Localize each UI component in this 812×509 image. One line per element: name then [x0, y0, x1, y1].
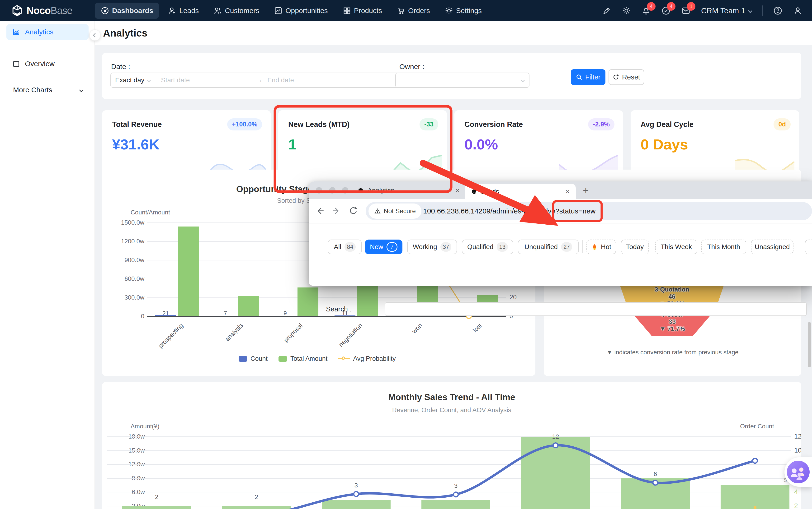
- kpi-badge: -2.9%: [588, 118, 615, 131]
- kpi-badge: 0d: [774, 118, 791, 131]
- monthly-sales-panel: Monthly Sales Trend - All Time Revenue, …: [102, 382, 801, 509]
- kpi-value: ¥31.6K: [112, 136, 160, 153]
- top-nav-right: 4 4 1 CRM Team 1: [602, 0, 803, 21]
- nav-label: Orders: [408, 7, 430, 15]
- nav-customers[interactable]: Customers: [208, 3, 265, 19]
- date-mode-value: Exact day: [115, 76, 144, 84]
- bell-badge: 4: [647, 2, 656, 11]
- top-nav: NocoBase Dashboards Leads Customers Oppo…: [0, 0, 812, 21]
- back-icon[interactable]: [315, 206, 325, 216]
- browser-toolbar: Not Secure 100.66.238.66:14209/admin/e94…: [309, 199, 812, 223]
- status-pill-new[interactable]: New7: [365, 240, 402, 254]
- reload-icon[interactable]: [348, 206, 358, 215]
- legend-line-swatch: [338, 356, 350, 362]
- calendar-icon: [12, 60, 20, 68]
- nav-settings[interactable]: Settings: [439, 3, 488, 19]
- status-pill-all[interactable]: All84: [327, 240, 362, 254]
- chevron-down-icon: [521, 78, 525, 82]
- nav-label: Dashboards: [112, 7, 153, 15]
- address-bar[interactable]: Not Secure 100.66.238.66:14209/admin/e94…: [366, 202, 812, 220]
- chart-legend: Count Total Amount Avg Probability: [239, 355, 396, 363]
- funnel-stage-value: 46: [620, 293, 724, 300]
- legend-swatch: [239, 356, 247, 362]
- not-secure-label: Not Secure: [384, 207, 416, 215]
- mail-icon[interactable]: 1: [681, 6, 691, 15]
- nav-orders[interactable]: Orders: [391, 3, 436, 19]
- nav-leads[interactable]: Leads: [162, 3, 205, 19]
- browser-tab-analytics[interactable]: Analytics ×: [355, 181, 462, 199]
- quick-filter-this-week[interactable]: This Week: [655, 240, 697, 254]
- close-tab-icon[interactable]: ×: [565, 188, 570, 196]
- legend-label: Total Amount: [290, 355, 327, 363]
- nav-dashboards[interactable]: Dashboards: [95, 3, 159, 19]
- not-secure-chip[interactable]: Not Secure: [369, 204, 421, 219]
- user-avatar-icon[interactable]: [793, 6, 803, 15]
- nocobase-logo-icon: [11, 4, 23, 17]
- browser-tab-strip: Analytics × Leads × +: [309, 181, 812, 199]
- pen-icon[interactable]: [602, 6, 612, 15]
- date-range-picker[interactable]: →: [156, 73, 417, 88]
- kpi-value: 1: [288, 136, 296, 153]
- search-input[interactable]: [385, 302, 807, 316]
- legend-count[interactable]: Count: [239, 355, 268, 363]
- gear-icon: [445, 6, 453, 15]
- traffic-light-minimize-icon[interactable]: [329, 187, 336, 194]
- date-mode-select[interactable]: Exact day: [111, 73, 157, 88]
- team-switcher[interactable]: CRM Team 1: [701, 6, 752, 15]
- legend-total-amount[interactable]: Total Amount: [279, 355, 327, 363]
- page-scrollbar[interactable]: [808, 322, 811, 367]
- status-pill-working[interactable]: Working37: [407, 240, 457, 254]
- filter-button-label: Filter: [585, 73, 600, 81]
- filter-button[interactable]: Filter: [571, 69, 605, 85]
- sidebar-item-analytics[interactable]: Analytics: [6, 24, 89, 40]
- todo-check-icon[interactable]: 4: [661, 6, 671, 15]
- quick-filter-hot[interactable]: Hot: [587, 240, 616, 254]
- quick-filter-today[interactable]: Today: [621, 240, 649, 254]
- reset-button-label: Reset: [622, 73, 640, 81]
- reset-button[interactable]: Reset: [608, 69, 644, 85]
- status-pill-unqualified[interactable]: Unqualified27: [518, 240, 579, 254]
- nav-products[interactable]: Products: [337, 3, 388, 19]
- sidebar-item-label: More Charts: [13, 86, 52, 94]
- pill-count: 13: [497, 242, 508, 252]
- traffic-light-zoom-icon[interactable]: [342, 187, 348, 194]
- close-tab-icon[interactable]: ×: [456, 186, 460, 195]
- end-date-input[interactable]: [267, 76, 357, 84]
- nav-label: Products: [354, 7, 382, 15]
- pill-label: This Week: [661, 243, 692, 251]
- kpi-badge: -33: [419, 118, 438, 131]
- nav-label: Opportunities: [285, 7, 327, 15]
- nav-opportunities[interactable]: Opportunities: [268, 3, 333, 19]
- browser-window: Analytics × Leads × + Not Secure 100.66.…: [309, 181, 812, 286]
- legend-label: Count: [250, 355, 268, 363]
- help-icon[interactable]: [773, 6, 783, 15]
- legend-avg-probability[interactable]: Avg Probability: [338, 355, 396, 363]
- sidebar-item-overview[interactable]: Overview: [6, 56, 89, 72]
- browser-tab-leads[interactable]: Leads ×: [465, 184, 576, 199]
- forward-icon[interactable]: [332, 206, 341, 216]
- owner-filter-label: Owner :: [399, 63, 424, 71]
- sidebar-item-more-charts[interactable]: More Charts: [6, 82, 89, 98]
- quick-filter-unassigned[interactable]: Unassigned: [751, 240, 793, 254]
- owner-select[interactable]: [395, 73, 529, 88]
- gear-icon[interactable]: [622, 6, 631, 15]
- nocobase-logo[interactable]: NocoBase: [11, 0, 72, 21]
- pill-label: Unqualified: [525, 243, 558, 251]
- application-root: NocoBase Dashboards Leads Customers Oppo…: [0, 0, 812, 509]
- quick-filter-this-month[interactable]: This Month: [701, 240, 746, 254]
- status-pill-qualified[interactable]: Qualified13: [462, 240, 513, 254]
- bell-icon[interactable]: 4: [641, 6, 651, 15]
- warning-icon: [374, 208, 381, 214]
- start-date-input[interactable]: [161, 76, 256, 84]
- monthly-plot: 18.0w15.0w12.0w9.0w6.0w3.0w1210865422233…: [102, 382, 801, 509]
- new-tab-button[interactable]: +: [583, 185, 589, 196]
- nav-label: Customers: [225, 7, 259, 15]
- quick-filter-cutoff[interactable]: E: [805, 240, 812, 254]
- funnel-stage-conversion: ▼ 71.7%: [629, 325, 716, 332]
- sidebar-collapse-button[interactable]: [89, 29, 101, 41]
- floating-users-widget[interactable]: [784, 457, 812, 487]
- nocobase-favicon: [471, 189, 477, 195]
- pill-label: Unassigned: [755, 243, 790, 251]
- traffic-light-close-icon[interactable]: [316, 187, 322, 194]
- tab-title: Analytics: [368, 186, 394, 194]
